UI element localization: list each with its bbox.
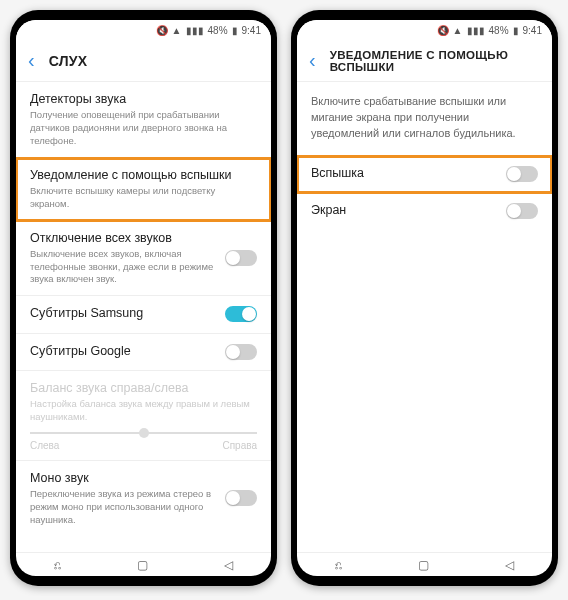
nav-back-icon[interactable]: ◁ [505,558,514,572]
row-title: Субтитры Samsung [30,305,217,321]
battery-percent: 48% [489,25,509,36]
page-title: УВЕДОМЛЕНИЕ С ПОМОЩЬЮ ВСПЫШКИ [330,49,540,73]
row-title: Уведомление с помощью вспышки [30,167,257,183]
clock: 9:41 [242,25,261,36]
signal-icon: ▮▮▮ [186,25,204,36]
page-description: Включите срабатывание вспышки или мигани… [297,82,552,156]
screen-right: 🔇 ▲ ▮▮▮ 48% ▮ 9:41 ‹ УВЕДОМЛЕНИЕ С ПОМОЩ… [297,20,552,576]
back-icon[interactable]: ‹ [309,49,316,72]
audio-balance-row: Баланс звука справа/слева Настройка бала… [16,371,271,461]
flash-toggle[interactable] [506,166,538,182]
row-title: Отключение всех звуков [30,230,217,246]
slider-thumb [139,428,149,438]
mono-audio-toggle[interactable] [225,490,257,506]
screen-toggle[interactable] [506,203,538,219]
row-desc: Получение оповещений при срабатывании да… [30,109,257,147]
sound-detectors-row[interactable]: Детекторы звука Получение оповещений при… [16,82,271,158]
home-icon[interactable]: ▢ [418,558,429,572]
recent-icon[interactable]: ⎌ [335,558,342,572]
slider-left-label: Слева [30,440,59,451]
mute-icon: 🔇 [437,25,449,36]
status-bar: 🔇 ▲ ▮▮▮ 48% ▮ 9:41 [297,20,552,40]
nav-bar: ⎌ ▢ ◁ [297,552,552,576]
row-desc: Выключение всех звуков, включая телефонн… [30,248,217,286]
app-bar: ‹ СЛУХ [16,40,271,82]
row-desc: Переключение звука из режима стерео в ре… [30,488,217,526]
samsung-subtitles-toggle[interactable] [225,306,257,322]
phone-right: 🔇 ▲ ▮▮▮ 48% ▮ 9:41 ‹ УВЕДОМЛЕНИЕ С ПОМОЩ… [291,10,558,586]
wifi-icon: ▲ [172,25,182,36]
row-title: Баланс звука справа/слева [30,380,257,396]
battery-icon: ▮ [513,25,519,36]
row-title: Экран [311,202,498,218]
row-title: Вспышка [311,165,498,181]
flash-notification-row[interactable]: Уведомление с помощью вспышки Включите в… [16,158,271,221]
home-icon[interactable]: ▢ [137,558,148,572]
back-icon[interactable]: ‹ [28,49,35,72]
nav-back-icon[interactable]: ◁ [224,558,233,572]
settings-list: Включите срабатывание вспышки или мигани… [297,82,552,552]
slider-right-label: Справа [222,440,257,451]
wifi-icon: ▲ [453,25,463,36]
clock: 9:41 [523,25,542,36]
balance-slider [30,432,257,434]
row-title: Моно звук [30,470,217,486]
battery-icon: ▮ [232,25,238,36]
mono-audio-row[interactable]: Моно звук Переключение звука из режима с… [16,461,271,536]
phone-left: 🔇 ▲ ▮▮▮ 48% ▮ 9:41 ‹ СЛУХ Детекторы звук… [10,10,277,586]
google-subtitles-row[interactable]: Субтитры Google [16,334,271,371]
flash-row[interactable]: Вспышка [297,156,552,193]
google-subtitles-toggle[interactable] [225,344,257,360]
row-title: Субтитры Google [30,343,217,359]
status-bar: 🔇 ▲ ▮▮▮ 48% ▮ 9:41 [16,20,271,40]
recent-icon[interactable]: ⎌ [54,558,61,572]
battery-percent: 48% [208,25,228,36]
nav-bar: ⎌ ▢ ◁ [16,552,271,576]
settings-list: Детекторы звука Получение оповещений при… [16,82,271,552]
mute-all-toggle[interactable] [225,250,257,266]
screen-left: 🔇 ▲ ▮▮▮ 48% ▮ 9:41 ‹ СЛУХ Детекторы звук… [16,20,271,576]
signal-icon: ▮▮▮ [467,25,485,36]
row-title: Детекторы звука [30,91,257,107]
app-bar: ‹ УВЕДОМЛЕНИЕ С ПОМОЩЬЮ ВСПЫШКИ [297,40,552,82]
mute-icon: 🔇 [156,25,168,36]
mute-all-row[interactable]: Отключение всех звуков Выключение всех з… [16,221,271,297]
row-desc: Включите вспышку камеры или подсветку эк… [30,185,257,211]
row-desc: Настройка баланса звука между правым и л… [30,398,257,424]
samsung-subtitles-row[interactable]: Субтитры Samsung [16,296,271,333]
screen-row[interactable]: Экран [297,193,552,229]
page-title: СЛУХ [49,53,88,69]
